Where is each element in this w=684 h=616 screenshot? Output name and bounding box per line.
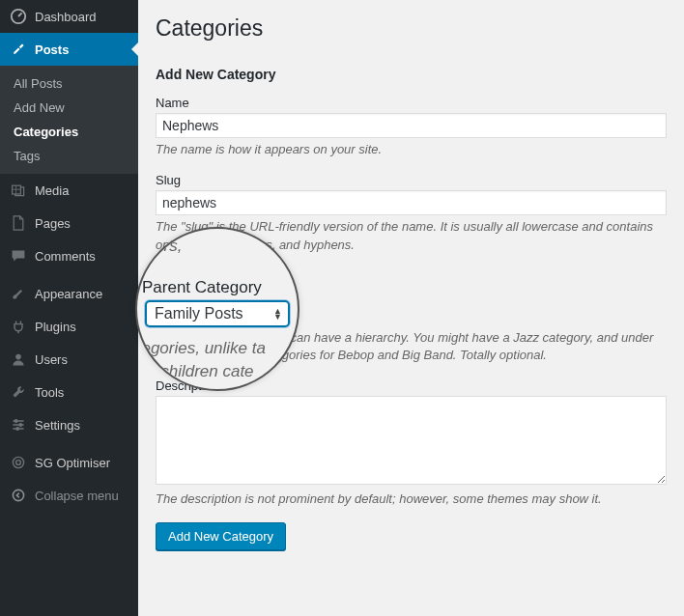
- sidebar-item-posts[interactable]: Posts: [0, 33, 138, 66]
- user-icon: [10, 350, 27, 368]
- brush-icon: [10, 285, 27, 302]
- main-content: Categories Add New Category Name The nam…: [138, 0, 684, 616]
- name-field: Name The name is how it appears on your …: [156, 96, 667, 159]
- collapse-menu[interactable]: Collapse menu: [0, 479, 138, 512]
- slug-description: The "slug" is the URL-friendly version o…: [156, 218, 667, 255]
- sliders-icon: [10, 416, 27, 434]
- sidebar-item-users[interactable]: Users: [0, 343, 138, 376]
- svg-point-7: [16, 461, 21, 465]
- sg-icon: [10, 454, 27, 471]
- sidebar-item-label: Posts: [35, 42, 69, 57]
- sidebar-item-label: Appearance: [35, 287, 102, 301]
- sidebar-item-label: Media: [35, 183, 69, 198]
- name-description: The name is how it appears on your site.: [156, 141, 667, 159]
- description-textarea[interactable]: [156, 396, 667, 485]
- sidebar-item-label: SG Optimiser: [35, 456, 110, 470]
- sidebar-item-settings[interactable]: Settings: [0, 408, 138, 441]
- parent-field: Parent Category Family Posts Categories,…: [156, 268, 667, 366]
- slug-field: Slug The "slug" is the URL-friendly vers…: [156, 173, 667, 255]
- sidebar-item-media[interactable]: Media: [0, 174, 138, 207]
- name-label: Name: [156, 96, 667, 110]
- sidebar-item-tools[interactable]: Tools: [0, 376, 138, 408]
- svg-point-6: [13, 457, 23, 467]
- media-icon: [10, 182, 27, 199]
- name-input[interactable]: [156, 113, 667, 138]
- sidebar-item-label: Plugins: [35, 320, 76, 334]
- svg-point-8: [13, 490, 23, 500]
- sidebar-item-label: Pages: [35, 216, 71, 231]
- section-title: Add New Category: [156, 67, 667, 82]
- sidebar-item-label: Tools: [35, 385, 64, 400]
- sidebar-item-comments[interactable]: Comments: [0, 239, 138, 272]
- comments-icon: [10, 247, 27, 265]
- submenu-tags[interactable]: Tags: [0, 144, 138, 168]
- sidebar-item-label: Settings: [35, 418, 80, 433]
- svg-point-4: [19, 424, 22, 427]
- admin-sidebar: Dashboard Posts All Posts Add New Catego…: [0, 0, 138, 616]
- svg-point-2: [15, 354, 21, 360]
- submenu-all-posts[interactable]: All Posts: [0, 71, 138, 96]
- submenu-add-new[interactable]: Add New: [0, 96, 138, 120]
- wrench-icon: [10, 383, 27, 401]
- svg-point-3: [14, 420, 17, 423]
- description-label: Description: [156, 378, 667, 393]
- sidebar-item-label: Users: [35, 352, 68, 367]
- slug-input[interactable]: [156, 190, 667, 215]
- plug-icon: [10, 318, 27, 335]
- sidebar-item-label: Comments: [35, 249, 96, 264]
- slug-label: Slug: [156, 173, 667, 187]
- submenu-categories[interactable]: Categories: [0, 120, 138, 144]
- pin-icon: [10, 41, 27, 58]
- parent-description: Categories, unlike tags, can have a hier…: [156, 329, 667, 366]
- collapse-icon: [10, 487, 27, 504]
- page-icon: [10, 214, 27, 232]
- description-description: The description is not prominent by defa…: [156, 490, 667, 509]
- sidebar-item-sg-optimiser[interactable]: SG Optimiser: [0, 446, 138, 479]
- svg-point-5: [16, 428, 19, 431]
- description-field: Description The description is not promi…: [156, 378, 667, 509]
- sidebar-item-pages[interactable]: Pages: [0, 207, 138, 239]
- add-category-button[interactable]: Add New Category: [156, 522, 286, 550]
- sidebar-item-dashboard[interactable]: Dashboard: [0, 0, 138, 33]
- dashboard-icon: [10, 8, 27, 25]
- page-title: Categories: [156, 15, 667, 42]
- posts-submenu: All Posts Add New Categories Tags: [0, 66, 138, 174]
- sidebar-item-plugins[interactable]: Plugins: [0, 310, 138, 343]
- sidebar-item-appearance[interactable]: Appearance: [0, 277, 138, 310]
- collapse-label: Collapse menu: [35, 489, 119, 503]
- sidebar-item-label: Dashboard: [35, 10, 97, 24]
